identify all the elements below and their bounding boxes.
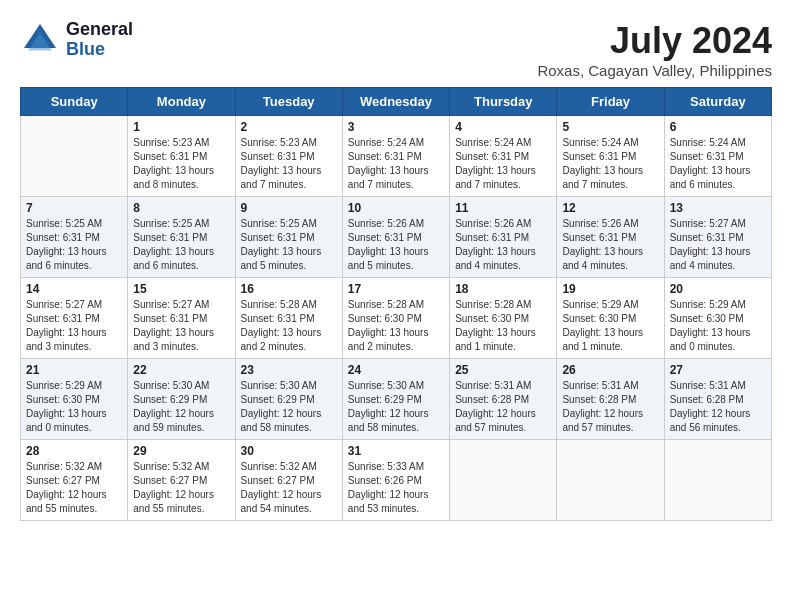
day-number: 8 [133,201,229,215]
day-number: 10 [348,201,444,215]
calendar-cell: 4Sunrise: 5:24 AMSunset: 6:31 PMDaylight… [450,116,557,197]
calendar-cell: 10Sunrise: 5:26 AMSunset: 6:31 PMDayligh… [342,197,449,278]
cell-info: Sunrise: 5:30 AMSunset: 6:29 PMDaylight:… [241,379,337,435]
cell-info: Sunrise: 5:24 AMSunset: 6:31 PMDaylight:… [562,136,658,192]
day-number: 4 [455,120,551,134]
calendar-cell: 28Sunrise: 5:32 AMSunset: 6:27 PMDayligh… [21,440,128,521]
day-number: 3 [348,120,444,134]
calendar-cell: 8Sunrise: 5:25 AMSunset: 6:31 PMDaylight… [128,197,235,278]
cell-info: Sunrise: 5:29 AMSunset: 6:30 PMDaylight:… [26,379,122,435]
cell-info: Sunrise: 5:33 AMSunset: 6:26 PMDaylight:… [348,460,444,516]
day-number: 7 [26,201,122,215]
calendar-cell: 5Sunrise: 5:24 AMSunset: 6:31 PMDaylight… [557,116,664,197]
weekday-header-friday: Friday [557,88,664,116]
day-number: 26 [562,363,658,377]
weekday-header-thursday: Thursday [450,88,557,116]
calendar-cell: 20Sunrise: 5:29 AMSunset: 6:30 PMDayligh… [664,278,771,359]
weekday-header-monday: Monday [128,88,235,116]
day-number: 19 [562,282,658,296]
cell-info: Sunrise: 5:24 AMSunset: 6:31 PMDaylight:… [455,136,551,192]
logo-text: General Blue [66,20,133,60]
weekday-header-tuesday: Tuesday [235,88,342,116]
calendar-week-row: 28Sunrise: 5:32 AMSunset: 6:27 PMDayligh… [21,440,772,521]
day-number: 30 [241,444,337,458]
day-number: 27 [670,363,766,377]
day-number: 2 [241,120,337,134]
calendar-cell: 22Sunrise: 5:30 AMSunset: 6:29 PMDayligh… [128,359,235,440]
cell-info: Sunrise: 5:32 AMSunset: 6:27 PMDaylight:… [26,460,122,516]
calendar-cell: 27Sunrise: 5:31 AMSunset: 6:28 PMDayligh… [664,359,771,440]
day-number: 13 [670,201,766,215]
day-number: 21 [26,363,122,377]
cell-info: Sunrise: 5:32 AMSunset: 6:27 PMDaylight:… [133,460,229,516]
weekday-header-row: SundayMondayTuesdayWednesdayThursdayFrid… [21,88,772,116]
calendar-week-row: 21Sunrise: 5:29 AMSunset: 6:30 PMDayligh… [21,359,772,440]
calendar-cell: 3Sunrise: 5:24 AMSunset: 6:31 PMDaylight… [342,116,449,197]
calendar-week-row: 1Sunrise: 5:23 AMSunset: 6:31 PMDaylight… [21,116,772,197]
calendar-cell [450,440,557,521]
calendar-cell: 14Sunrise: 5:27 AMSunset: 6:31 PMDayligh… [21,278,128,359]
calendar-cell [664,440,771,521]
cell-info: Sunrise: 5:31 AMSunset: 6:28 PMDaylight:… [455,379,551,435]
calendar-week-row: 14Sunrise: 5:27 AMSunset: 6:31 PMDayligh… [21,278,772,359]
cell-info: Sunrise: 5:25 AMSunset: 6:31 PMDaylight:… [241,217,337,273]
day-number: 24 [348,363,444,377]
day-number: 14 [26,282,122,296]
day-number: 11 [455,201,551,215]
cell-info: Sunrise: 5:27 AMSunset: 6:31 PMDaylight:… [26,298,122,354]
cell-info: Sunrise: 5:27 AMSunset: 6:31 PMDaylight:… [670,217,766,273]
day-number: 25 [455,363,551,377]
calendar-cell: 6Sunrise: 5:24 AMSunset: 6:31 PMDaylight… [664,116,771,197]
logo-icon [20,20,60,60]
calendar-cell: 9Sunrise: 5:25 AMSunset: 6:31 PMDaylight… [235,197,342,278]
calendar-cell: 31Sunrise: 5:33 AMSunset: 6:26 PMDayligh… [342,440,449,521]
calendar-cell: 13Sunrise: 5:27 AMSunset: 6:31 PMDayligh… [664,197,771,278]
cell-info: Sunrise: 5:24 AMSunset: 6:31 PMDaylight:… [670,136,766,192]
calendar-cell [557,440,664,521]
weekday-header-sunday: Sunday [21,88,128,116]
cell-info: Sunrise: 5:23 AMSunset: 6:31 PMDaylight:… [133,136,229,192]
calendar-cell: 11Sunrise: 5:26 AMSunset: 6:31 PMDayligh… [450,197,557,278]
cell-info: Sunrise: 5:23 AMSunset: 6:31 PMDaylight:… [241,136,337,192]
cell-info: Sunrise: 5:28 AMSunset: 6:30 PMDaylight:… [348,298,444,354]
calendar-cell: 2Sunrise: 5:23 AMSunset: 6:31 PMDaylight… [235,116,342,197]
calendar-table: SundayMondayTuesdayWednesdayThursdayFrid… [20,87,772,521]
cell-info: Sunrise: 5:24 AMSunset: 6:31 PMDaylight:… [348,136,444,192]
weekday-header-saturday: Saturday [664,88,771,116]
day-number: 15 [133,282,229,296]
day-number: 1 [133,120,229,134]
location-title: Roxas, Cagayan Valley, Philippines [537,62,772,79]
day-number: 17 [348,282,444,296]
cell-info: Sunrise: 5:28 AMSunset: 6:30 PMDaylight:… [455,298,551,354]
day-number: 18 [455,282,551,296]
calendar-cell: 23Sunrise: 5:30 AMSunset: 6:29 PMDayligh… [235,359,342,440]
cell-info: Sunrise: 5:30 AMSunset: 6:29 PMDaylight:… [348,379,444,435]
cell-info: Sunrise: 5:26 AMSunset: 6:31 PMDaylight:… [562,217,658,273]
day-number: 9 [241,201,337,215]
month-year-title: July 2024 [537,20,772,62]
cell-info: Sunrise: 5:29 AMSunset: 6:30 PMDaylight:… [562,298,658,354]
cell-info: Sunrise: 5:30 AMSunset: 6:29 PMDaylight:… [133,379,229,435]
calendar-cell: 12Sunrise: 5:26 AMSunset: 6:31 PMDayligh… [557,197,664,278]
calendar-cell: 26Sunrise: 5:31 AMSunset: 6:28 PMDayligh… [557,359,664,440]
calendar-cell: 19Sunrise: 5:29 AMSunset: 6:30 PMDayligh… [557,278,664,359]
page-header: General Blue July 2024 Roxas, Cagayan Va… [20,20,772,79]
day-number: 20 [670,282,766,296]
day-number: 31 [348,444,444,458]
logo: General Blue [20,20,133,60]
calendar-cell: 21Sunrise: 5:29 AMSunset: 6:30 PMDayligh… [21,359,128,440]
day-number: 22 [133,363,229,377]
calendar-cell: 30Sunrise: 5:32 AMSunset: 6:27 PMDayligh… [235,440,342,521]
day-number: 12 [562,201,658,215]
cell-info: Sunrise: 5:31 AMSunset: 6:28 PMDaylight:… [670,379,766,435]
day-number: 23 [241,363,337,377]
calendar-cell: 24Sunrise: 5:30 AMSunset: 6:29 PMDayligh… [342,359,449,440]
day-number: 6 [670,120,766,134]
cell-info: Sunrise: 5:29 AMSunset: 6:30 PMDaylight:… [670,298,766,354]
cell-info: Sunrise: 5:26 AMSunset: 6:31 PMDaylight:… [455,217,551,273]
day-number: 29 [133,444,229,458]
calendar-cell: 17Sunrise: 5:28 AMSunset: 6:30 PMDayligh… [342,278,449,359]
cell-info: Sunrise: 5:25 AMSunset: 6:31 PMDaylight:… [26,217,122,273]
day-number: 16 [241,282,337,296]
calendar-cell: 16Sunrise: 5:28 AMSunset: 6:31 PMDayligh… [235,278,342,359]
